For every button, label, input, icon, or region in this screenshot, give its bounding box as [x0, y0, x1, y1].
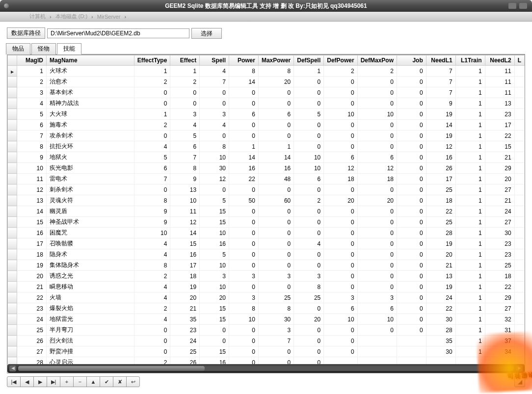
cell-effecttype[interactable]: 0 — [134, 98, 170, 109]
row-indicator[interactable] — [8, 228, 17, 238]
row-indicator[interactable] — [8, 87, 17, 98]
cell-effect[interactable]: 5 — [170, 131, 200, 141]
cell-maxpower[interactable]: 6 — [258, 109, 293, 120]
cell-defspell[interactable]: 0 — [294, 206, 324, 217]
column-header-effecttype[interactable]: EffectType — [134, 55, 170, 66]
cell-needl2[interactable]: 13 — [485, 98, 514, 109]
cell-maxpower[interactable]: 0 — [258, 260, 293, 271]
cell-job[interactable]: 0 — [397, 303, 426, 314]
cell-maxpower[interactable]: 20 — [258, 77, 293, 87]
cell-l[interactable] — [514, 217, 524, 228]
cell-defpower[interactable]: 0 — [324, 87, 357, 98]
nav-last-button[interactable]: ▶| — [47, 376, 60, 387]
cell-effect[interactable]: 1 — [170, 66, 200, 77]
row-indicator[interactable] — [8, 152, 17, 163]
cell-needl2[interactable]: 25 — [485, 260, 514, 271]
cell-power[interactable]: 0 — [229, 87, 259, 98]
cell-effect[interactable]: 7 — [170, 152, 200, 163]
cell-maxpower[interactable]: 0 — [258, 131, 293, 141]
table-row[interactable]: 25半月弯刀023003000028131 — [8, 325, 525, 336]
cell-magname[interactable]: 野蛮冲撞 — [46, 346, 134, 357]
cell-l[interactable] — [514, 271, 524, 282]
cell-needl2[interactable]: 21 — [485, 152, 514, 163]
cell-l1train[interactable]: 1 — [455, 152, 485, 163]
cell-job[interactable]: 0 — [397, 87, 426, 98]
cell-defspell[interactable]: 10 — [294, 152, 324, 163]
cell-magid[interactable]: 16 — [17, 228, 47, 238]
cell-defmaxpow[interactable]: 0 — [357, 271, 397, 282]
cell-magname[interactable]: 攻杀剑术 — [46, 131, 134, 141]
cell-defpower[interactable]: 0 — [324, 141, 357, 152]
cell-l1train[interactable]: 1 — [455, 228, 485, 238]
cell-needl2[interactable]: 32 — [485, 314, 514, 325]
cell-defspell[interactable]: 0 — [294, 141, 324, 152]
cell-job[interactable]: 0 — [397, 163, 426, 174]
cell-defmaxpow[interactable]: 2 — [357, 66, 397, 77]
cell-l[interactable] — [514, 260, 524, 271]
cell-magname[interactable]: 疾光电影 — [46, 163, 134, 174]
cell-job[interactable]: 0 — [397, 260, 426, 271]
cell-defmaxpow[interactable] — [357, 336, 397, 346]
cell-effect[interactable]: 18 — [170, 271, 200, 282]
cell-effect[interactable]: 13 — [170, 184, 200, 195]
cell-magid[interactable]: 19 — [17, 260, 47, 271]
cell-effecttype[interactable]: 8 — [134, 260, 170, 271]
cell-needl1[interactable]: 19 — [426, 238, 455, 249]
cell-effecttype[interactable]: 7 — [134, 174, 170, 184]
cell-defpower[interactable]: 6 — [324, 303, 357, 314]
cell-effecttype[interactable]: 1 — [134, 109, 170, 120]
cell-effect[interactable]: 24 — [170, 336, 200, 346]
cell-needl2[interactable]: 20 — [485, 174, 514, 184]
cell-defmaxpow[interactable]: 0 — [357, 217, 397, 228]
cell-magname[interactable]: 雷电术 — [46, 174, 134, 184]
cell-needl2[interactable]: 21 — [485, 195, 514, 206]
cell-l[interactable] — [514, 228, 524, 238]
cell-defspell[interactable]: 0 — [294, 325, 324, 336]
cell-job[interactable]: 0 — [397, 217, 426, 228]
table-row[interactable]: 13灵魂火符8105506022020018121 — [8, 195, 525, 206]
cell-defpower[interactable]: 0 — [324, 238, 357, 249]
cell-maxpower[interactable]: 16 — [258, 163, 293, 174]
cell-effecttype[interactable]: 0 — [134, 184, 170, 195]
cell-power[interactable]: 0 — [229, 357, 259, 365]
cell-magname[interactable]: 灵魂火符 — [46, 195, 134, 206]
column-header-job[interactable]: Job — [397, 55, 426, 66]
table-row[interactable]: 24地狱雷光435151030201010030132 — [8, 314, 525, 325]
cell-defmaxpow[interactable] — [357, 357, 397, 365]
cell-magid[interactable]: 11 — [17, 174, 47, 184]
cell-effect[interactable]: 19 — [170, 282, 200, 292]
cell-needl2[interactable]: 34 — [485, 346, 514, 357]
row-indicator[interactable] — [8, 131, 17, 141]
cell-effect[interactable]: 17 — [170, 260, 200, 271]
cell-magid[interactable]: 28 — [17, 357, 47, 365]
row-indicator[interactable] — [8, 206, 17, 217]
cell-defpower[interactable]: 6 — [324, 152, 357, 163]
cell-needl1[interactable]: 19 — [426, 282, 455, 292]
cell-job[interactable]: 0 — [397, 206, 426, 217]
cell-needl2[interactable]: 29 — [485, 163, 514, 174]
cell-needl1[interactable]: 7 — [426, 66, 455, 77]
cell-needl1[interactable]: 22 — [426, 206, 455, 217]
cell-maxpower[interactable]: 0 — [258, 184, 293, 195]
cell-needl2[interactable]: 29 — [485, 292, 514, 303]
cell-needl1[interactable]: 21 — [426, 260, 455, 271]
cell-spell[interactable]: 12 — [200, 174, 229, 184]
cell-spell[interactable]: 15 — [200, 314, 229, 325]
cell-magid[interactable]: 9 — [17, 152, 47, 163]
minimize-button[interactable] — [508, 3, 516, 9]
cell-defspell[interactable]: 0 — [294, 260, 324, 271]
maximize-button[interactable] — [519, 3, 527, 9]
cell-magname[interactable]: 爆裂火焰 — [46, 303, 134, 314]
cell-l1train[interactable]: 1 — [455, 98, 485, 109]
cell-power[interactable]: 0 — [229, 325, 259, 336]
cell-job[interactable]: 0 — [397, 195, 426, 206]
cell-power[interactable]: 0 — [229, 249, 259, 260]
cell-power[interactable]: 0 — [229, 336, 259, 346]
cell-spell[interactable]: 10 — [200, 282, 229, 292]
cell-maxpower[interactable]: 1 — [258, 141, 293, 152]
cell-needl2[interactable]: 24 — [485, 206, 514, 217]
cell-defpower[interactable]: 18 — [324, 174, 357, 184]
cell-needl2[interactable]: 22 — [485, 282, 514, 292]
column-header-magname[interactable]: MagName — [46, 55, 134, 66]
cell-l1train[interactable]: 1 — [455, 163, 485, 174]
